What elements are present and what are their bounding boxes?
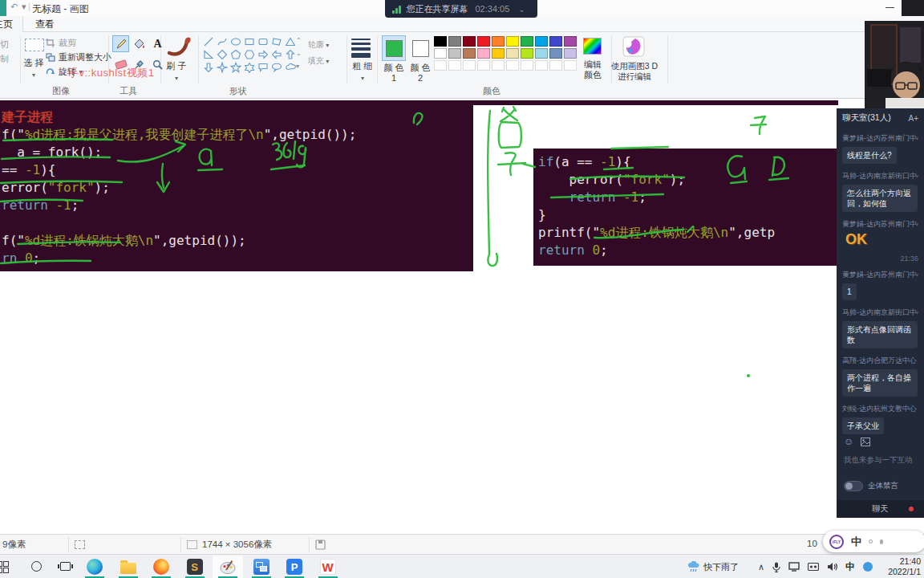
select-button[interactable]: 选 择 [22, 58, 45, 80]
shape-diamond[interactable] [216, 48, 229, 60]
tray-ime-indicator[interactable]: 中 [845, 560, 855, 574]
shape-callout-cloud[interactable] [284, 61, 297, 73]
shape-callout-oval[interactable] [270, 61, 283, 73]
shape-right-triangle[interactable] [202, 48, 215, 60]
chat-input[interactable]: 我也来参与一下互动 [844, 455, 913, 466]
taskbar-app-wps[interactable]: W [313, 556, 343, 578]
paint3d-button[interactable]: 使用画图3 D 进行编辑 [610, 61, 659, 82]
shape-polygon[interactable] [270, 35, 283, 47]
shape-arrow-right[interactable] [257, 48, 270, 60]
palette-swatch[interactable] [492, 36, 505, 47]
palette-swatch-empty[interactable] [463, 60, 476, 71]
fill-tool[interactable] [131, 35, 148, 52]
emoji-icon[interactable]: ☺ [844, 436, 853, 447]
shape-star-6[interactable] [243, 61, 256, 73]
palette-swatch-empty[interactable] [492, 60, 505, 71]
cut-button[interactable]: 切 [0, 39, 9, 51]
palette-swatch-empty[interactable] [434, 60, 447, 71]
shape-curve[interactable] [216, 35, 229, 47]
ime-mode-toggle[interactable]: 中 [851, 535, 861, 549]
ime-mic-icon[interactable] [880, 539, 883, 544]
shape-rounded-rectangle[interactable] [257, 35, 270, 47]
color2-well[interactable] [408, 35, 432, 61]
messenger-icon[interactable] [863, 562, 873, 572]
taskbar-app-explorer[interactable] [113, 556, 144, 578]
crop-button[interactable]: 裁剪 [46, 37, 76, 49]
palette-swatch[interactable] [477, 48, 490, 59]
select-tool-icon[interactable] [25, 39, 44, 51]
palette-swatch[interactable] [506, 36, 519, 47]
palette-swatch[interactable] [564, 48, 577, 59]
palette-swatch[interactable] [434, 36, 447, 47]
taskbar-app-vmware[interactable] [246, 556, 277, 578]
palette-swatch[interactable] [463, 36, 476, 47]
taskbar-app-edge[interactable] [79, 556, 110, 578]
palette-swatch-empty[interactable] [448, 60, 461, 71]
palette-swatch[interactable] [535, 36, 548, 47]
shape-callout-rect[interactable] [257, 61, 270, 73]
mute-all-toggle[interactable] [844, 481, 863, 491]
shape-star-4[interactable] [216, 61, 229, 73]
weather-widget[interactable]: 快下雨了 [687, 561, 739, 573]
chat-tab[interactable]: 聊天 [873, 503, 889, 515]
palette-swatch-empty[interactable] [564, 60, 577, 71]
shape-fill-button[interactable]: 填充 [308, 55, 329, 67]
task-view-button[interactable] [60, 562, 71, 571]
chevron-down-icon[interactable]: ⌄ [518, 5, 525, 14]
shape-rectangle[interactable] [243, 35, 256, 47]
brush-icon[interactable] [165, 34, 192, 58]
palette-swatch-empty[interactable] [535, 60, 548, 71]
copy-button[interactable]: 制 [0, 53, 9, 65]
palette-swatch[interactable] [506, 48, 519, 59]
shape-arrow-down[interactable] [202, 61, 215, 73]
ime-option-icon[interactable] [869, 539, 873, 543]
tray-chevron-icon[interactable]: ∧ [758, 562, 764, 572]
palette-swatch[interactable] [521, 36, 533, 47]
search-button[interactable] [31, 561, 42, 572]
palette-swatch[interactable] [492, 48, 505, 59]
size-button[interactable]: 粗 细 [351, 61, 374, 83]
shape-line[interactable] [202, 35, 215, 47]
palette-swatch[interactable] [521, 48, 533, 59]
taskbar-app-xshell[interactable]: S [180, 556, 210, 578]
undo-icon[interactable]: ↶ [10, 2, 18, 12]
shape-oval[interactable] [229, 35, 242, 47]
palette-swatch[interactable] [448, 36, 461, 47]
network-display-icon[interactable] [788, 562, 800, 572]
edit-colors-button[interactable]: 编辑 颜色 [581, 59, 605, 80]
palette-swatch[interactable] [477, 36, 490, 47]
image-icon[interactable] [861, 438, 870, 446]
stroke-size-icon[interactable] [351, 37, 374, 59]
shape-arrow-up[interactable] [284, 48, 297, 60]
shapes-more-icon[interactable]: ▾ [296, 63, 299, 70]
shape-hexagon[interactable] [243, 48, 256, 60]
palette-swatch[interactable] [448, 48, 461, 59]
palette-swatch[interactable] [535, 48, 548, 59]
quick-access-dropdown-icon[interactable]: ▾ [22, 2, 26, 12]
shapes-scroll-up-icon[interactable]: ⌃ [296, 37, 302, 44]
shape-pentagon[interactable] [229, 48, 242, 60]
edit-colors-icon[interactable] [583, 38, 602, 55]
paint-canvas[interactable]: 建子进程f("%d进程:我是父进程,我要创建子进程了\n",getpid());… [0, 99, 924, 534]
palette-swatch-empty[interactable] [506, 60, 519, 71]
microphone-icon[interactable] [772, 562, 780, 572]
palette-swatch-empty[interactable] [521, 60, 533, 71]
palette-swatch[interactable] [549, 36, 562, 47]
palette-swatch-empty[interactable] [549, 60, 562, 71]
webcam-video[interactable] [865, 21, 924, 108]
taskbar-app-pycharm[interactable]: P [279, 556, 310, 578]
font-size-button[interactable]: A+ [908, 114, 918, 123]
shape-triangle[interactable] [284, 35, 297, 47]
pencil-tool[interactable] [112, 35, 129, 52]
taskbar-app-firefox[interactable] [146, 556, 176, 578]
tab-home[interactable]: 主页 [0, 16, 23, 32]
paint3d-icon[interactable] [622, 35, 646, 58]
tray-clock[interactable]: 21:40 2022/1/1 [881, 556, 921, 577]
palette-swatch[interactable] [463, 48, 476, 59]
minimize-button[interactable] [886, 7, 894, 8]
tab-view[interactable]: 查看 [26, 16, 64, 32]
tape-icon[interactable] [808, 563, 819, 571]
palette-swatch[interactable] [549, 48, 562, 59]
palette-swatch[interactable] [564, 36, 577, 47]
ime-floating-bar[interactable]: iFLY 中 [823, 531, 924, 552]
